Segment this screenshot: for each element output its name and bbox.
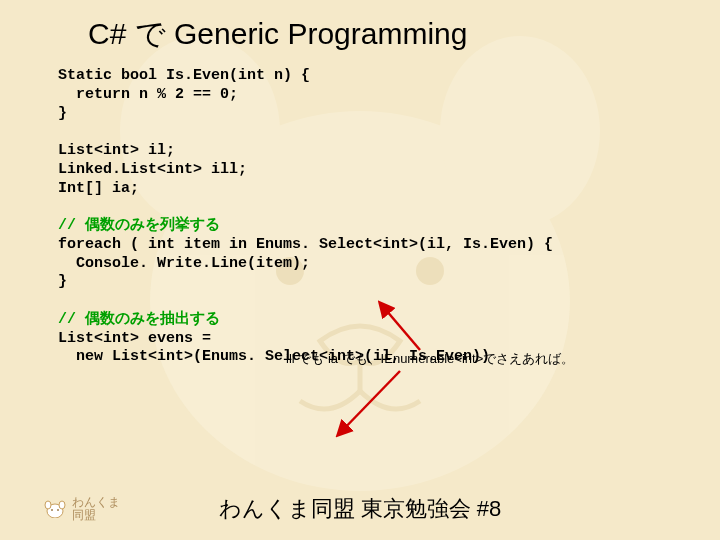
footer-title: わんくま同盟 東京勉強会 #8 bbox=[219, 494, 502, 524]
code-line: Linked.List<int> ill; bbox=[58, 161, 247, 178]
logo-line: 同盟 bbox=[72, 509, 120, 522]
annotation-text: ill でも ia でも、IEnumerable<int>でさえあれば。 bbox=[286, 350, 574, 368]
code-line: List<int> evens = bbox=[58, 330, 211, 347]
code-block-1: Static bool Is.Even(int n) { return n % … bbox=[58, 67, 680, 367]
page-title: C# で Generic Programming bbox=[88, 14, 680, 55]
footer: わんくま 同盟 わんくま同盟 東京勉強会 #8 bbox=[0, 490, 720, 528]
code-comment: // 偶数のみを抽出する bbox=[58, 311, 220, 328]
svg-point-8 bbox=[45, 501, 51, 509]
code-line: foreach ( int item in Enums. Select<int>… bbox=[58, 236, 553, 253]
logo-line: わんくま bbox=[72, 496, 120, 509]
logo-text: わんくま 同盟 bbox=[72, 496, 120, 522]
slide: C# で Generic Programming Static bool Is.… bbox=[0, 0, 720, 540]
code-line: List<int> il; bbox=[58, 142, 175, 159]
svg-point-11 bbox=[57, 509, 59, 511]
code-line: Static bool Is.Even(int n) { bbox=[58, 67, 310, 84]
code-line: return n % 2 == 0; bbox=[58, 86, 238, 103]
mascot-icon bbox=[44, 500, 66, 518]
code-line: Int[] ia; bbox=[58, 180, 139, 197]
content-area: C# で Generic Programming Static bool Is.… bbox=[48, 8, 680, 480]
code-comment: // 偶数のみを列挙する bbox=[58, 217, 220, 234]
code-line: Console. Write.Line(item); bbox=[58, 255, 310, 272]
svg-point-9 bbox=[59, 501, 65, 509]
code-line: } bbox=[58, 105, 67, 122]
code-line: } bbox=[58, 273, 67, 290]
svg-point-10 bbox=[51, 509, 53, 511]
logo: わんくま 同盟 bbox=[44, 496, 120, 522]
